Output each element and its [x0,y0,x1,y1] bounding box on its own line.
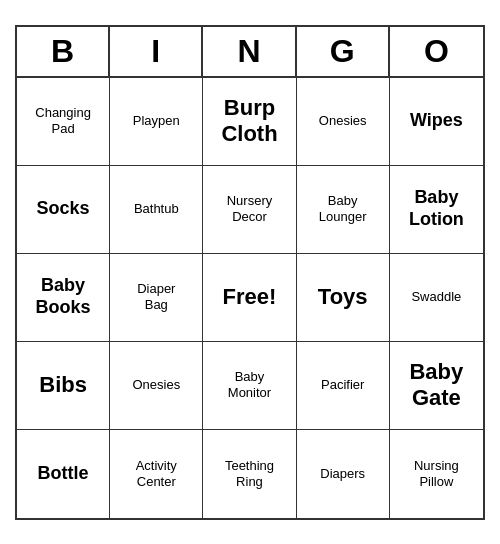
bingo-cell-0: ChangingPad [17,78,110,166]
cell-text-22: TeethingRing [225,458,274,489]
bingo-cell-9: BabyLotion [390,166,483,254]
header-letter-o: O [390,27,483,76]
cell-text-12: Free! [223,284,277,310]
header-letter-g: G [297,27,390,76]
bingo-cell-2: BurpCloth [203,78,296,166]
bingo-cell-17: BabyMonitor [203,342,296,430]
cell-text-9: BabyLotion [409,187,464,230]
cell-text-1: Playpen [133,113,180,129]
bingo-cell-24: NursingPillow [390,430,483,518]
bingo-cell-3: Onesies [297,78,390,166]
bingo-header: BINGO [17,27,483,78]
bingo-cell-7: NurseryDecor [203,166,296,254]
bingo-cell-18: Pacifier [297,342,390,430]
bingo-cell-13: Toys [297,254,390,342]
cell-text-7: NurseryDecor [227,193,273,224]
bingo-cell-16: Onesies [110,342,203,430]
header-letter-i: I [110,27,203,76]
bingo-cell-10: BabyBooks [17,254,110,342]
cell-text-15: Bibs [39,372,87,398]
bingo-cell-15: Bibs [17,342,110,430]
header-letter-b: B [17,27,110,76]
bingo-grid: ChangingPadPlaypenBurpClothOnesiesWipesS… [17,78,483,518]
bingo-card: BINGO ChangingPadPlaypenBurpClothOnesies… [15,25,485,520]
cell-text-13: Toys [318,284,368,310]
cell-text-20: Bottle [38,463,89,485]
bingo-cell-20: Bottle [17,430,110,518]
cell-text-10: BabyBooks [36,275,91,318]
bingo-cell-4: Wipes [390,78,483,166]
bingo-cell-23: Diapers [297,430,390,518]
bingo-cell-1: Playpen [110,78,203,166]
cell-text-3: Onesies [319,113,367,129]
bingo-cell-11: DiaperBag [110,254,203,342]
cell-text-2: BurpCloth [221,95,277,148]
header-letter-n: N [203,27,296,76]
bingo-cell-21: ActivityCenter [110,430,203,518]
cell-text-21: ActivityCenter [136,458,177,489]
bingo-cell-22: TeethingRing [203,430,296,518]
bingo-cell-19: BabyGate [390,342,483,430]
cell-text-17: BabyMonitor [228,369,271,400]
cell-text-8: BabyLounger [319,193,367,224]
cell-text-14: Swaddle [411,289,461,305]
bingo-cell-8: BabyLounger [297,166,390,254]
bingo-cell-5: Socks [17,166,110,254]
cell-text-5: Socks [37,198,90,220]
cell-text-16: Onesies [132,377,180,393]
bingo-cell-14: Swaddle [390,254,483,342]
cell-text-24: NursingPillow [414,458,459,489]
cell-text-23: Diapers [320,466,365,482]
cell-text-18: Pacifier [321,377,364,393]
cell-text-11: DiaperBag [137,281,175,312]
bingo-cell-6: Bathtub [110,166,203,254]
cell-text-6: Bathtub [134,201,179,217]
bingo-cell-12: Free! [203,254,296,342]
cell-text-4: Wipes [410,110,463,132]
cell-text-19: BabyGate [409,359,463,412]
cell-text-0: ChangingPad [35,105,91,136]
